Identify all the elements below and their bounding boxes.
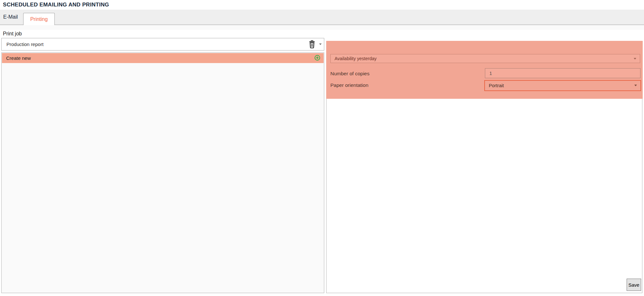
print-job-details-panel: Availability yesterday Number of copies … [326, 41, 642, 293]
tab-bar: E-Mail [0, 10, 644, 25]
print-job-selected-value: Production report [6, 38, 43, 50]
create-new-label: Create new [6, 55, 31, 61]
paper-orientation-value: Portrait [489, 83, 504, 88]
paper-orientation-label: Paper orientation [330, 82, 368, 88]
paper-orientation-select[interactable]: Portrait [484, 80, 641, 91]
report-select[interactable]: Availability yesterday [330, 54, 640, 63]
chevron-down-icon[interactable] [319, 43, 322, 45]
page-title: SCHEDULED EMAILING AND PRINTING [3, 2, 109, 8]
print-job-list: Create new [1, 52, 324, 293]
save-button[interactable]: Save [627, 279, 641, 291]
report-select-value: Availability yesterday [335, 56, 376, 61]
details-highlight-block: Availability yesterday Number of copies … [326, 41, 643, 99]
chevron-down-icon [634, 58, 636, 60]
delete-print-job-button[interactable] [308, 40, 316, 49]
chevron-down-icon [634, 85, 637, 86]
number-of-copies-label: Number of copies [330, 71, 369, 77]
add-circle-icon[interactable] [314, 55, 320, 61]
print-job-combobox[interactable]: Production report [1, 38, 324, 51]
content-divider-band [0, 25, 644, 30]
list-item-create-new[interactable]: Create new [2, 53, 324, 63]
number-of-copies-input[interactable] [485, 68, 640, 78]
tab-printing[interactable]: Printing [23, 13, 55, 25]
print-job-label: Print job [3, 31, 22, 37]
trash-icon [308, 45, 316, 50]
tab-email[interactable]: E-Mail [3, 10, 18, 24]
